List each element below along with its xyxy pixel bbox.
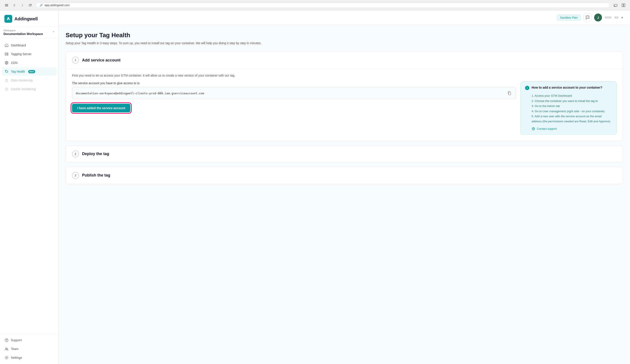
step-1-left: The service account you have to give acc… xyxy=(72,82,516,112)
step-2-card: 2 Deploy the tag xyxy=(66,146,623,162)
browser-chrome: 🔗 app.addingwell.com xyxy=(0,0,630,10)
logo-icon xyxy=(4,15,12,23)
info-box-header: i How to add a service account to your c… xyxy=(525,86,612,90)
sidebar-item-label: Tag health xyxy=(11,70,25,73)
sidebar-bottom: Support Team xyxy=(0,334,58,364)
contact-support-link[interactable]: Contact support xyxy=(537,127,557,130)
forward-button[interactable] xyxy=(19,2,26,8)
svg-point-8 xyxy=(7,19,8,20)
main-content: Setup your Tag Health Setup your Tag Hea… xyxy=(58,25,630,364)
sidebar-item-label: Team xyxy=(11,347,18,351)
sidebar-item-dashboard[interactable]: Dashboard xyxy=(2,41,57,50)
svg-point-21 xyxy=(6,357,7,358)
sidebar-item-support[interactable]: Support xyxy=(2,336,57,344)
sidebar-toggle-button[interactable] xyxy=(4,2,10,8)
step-1-description: First you need to let us access your GTM… xyxy=(72,69,617,82)
lock-icon xyxy=(4,78,9,82)
sidebar-item-tag-health[interactable]: Tag health New xyxy=(2,68,57,76)
svg-rect-17 xyxy=(6,89,8,90)
info-step-2: 2. Choose the container you want to inst… xyxy=(532,98,612,104)
step-1-body: The service account you have to give acc… xyxy=(72,82,617,134)
svg-point-15 xyxy=(6,71,6,71)
workspace-name: Documentation Workspace xyxy=(4,32,43,36)
workspace-selector[interactable]: Workspace Documentation Workspace ⌃ xyxy=(0,26,58,38)
settings-icon xyxy=(4,356,9,360)
step-2-header[interactable]: 2 Deploy the tag xyxy=(66,146,623,162)
sidebar: Addingwell Workspace Documentation Works… xyxy=(0,10,58,364)
service-account-box: documentation-workspace@addingwell-clien… xyxy=(72,87,516,99)
help-circle-icon xyxy=(4,338,9,342)
reload-button[interactable] xyxy=(27,2,33,8)
info-support: Contact support xyxy=(525,127,612,130)
workspace-info: Workspace Documentation Workspace xyxy=(4,29,43,36)
sidebar-item-cookie-monitoring: Cookie monitoring xyxy=(2,85,57,93)
info-box-title: How to add a service account to your con… xyxy=(532,86,602,90)
dropdown-button[interactable]: ▾ xyxy=(621,16,623,20)
divider-bar xyxy=(604,16,612,18)
step-3-title: Publish the tag xyxy=(82,173,110,178)
sidebar-item-tagging-server[interactable]: Tagging Server xyxy=(2,50,57,58)
page-subtitle: Setup your Tag Health in 3 easy steps. T… xyxy=(66,41,623,46)
svg-rect-1 xyxy=(5,5,8,6)
svg-point-9 xyxy=(8,19,10,20)
workspace-label: Workspace xyxy=(4,29,43,32)
svg-rect-16 xyxy=(6,80,8,82)
svg-point-7 xyxy=(8,17,9,19)
sidebar-item-label: Settings xyxy=(11,356,22,360)
svg-rect-25 xyxy=(508,92,511,95)
step-3-card: 3 Publish the tag xyxy=(66,167,623,184)
sidebar-item-label: Tagging Server xyxy=(11,52,32,56)
svg-point-23 xyxy=(587,17,588,18)
url-text: app.addingwell.com xyxy=(44,4,70,7)
cast-button[interactable] xyxy=(612,2,618,8)
svg-rect-0 xyxy=(5,4,8,4)
info-box: i How to add a service account to your c… xyxy=(520,82,617,134)
copy-email-button[interactable] xyxy=(506,90,512,96)
small-divider-bar xyxy=(614,16,618,18)
sidebar-item-label: CDN xyxy=(11,61,18,64)
nav-section: Dashboard Tagging Server xyxy=(0,38,58,334)
step-1-header: 1 Add service account xyxy=(66,52,623,68)
info-step-1: 1. Access your GTM Dashboard xyxy=(532,93,612,98)
workspace-chevron-icon: ⌃ xyxy=(52,30,55,34)
step-2-title: Deploy the tag xyxy=(82,152,109,156)
back-button[interactable] xyxy=(12,2,18,8)
chat-button[interactable] xyxy=(584,14,592,22)
step-2-number: 2 xyxy=(72,150,79,158)
browser-controls xyxy=(4,2,33,8)
address-bar[interactable]: 🔗 app.addingwell.com xyxy=(36,2,610,8)
step-3-header[interactable]: 3 Publish the tag xyxy=(66,167,623,184)
sidebar-item-data-monitoring: Data monitoring xyxy=(2,76,57,84)
home-icon xyxy=(4,43,9,48)
svg-point-12 xyxy=(7,53,8,54)
split-view-button[interactable] xyxy=(620,2,626,8)
service-account-added-button[interactable]: I have added the service account xyxy=(72,104,130,112)
svg-point-22 xyxy=(587,17,587,18)
server-icon xyxy=(4,52,9,56)
svg-point-13 xyxy=(7,55,8,55)
step-1-card: 1 Add service account First you need to … xyxy=(66,52,623,141)
info-step-5: 5. Add a new user with the service accou… xyxy=(532,114,612,124)
svg-rect-5 xyxy=(622,4,623,7)
sidebar-item-cdn[interactable]: CDN xyxy=(2,58,57,67)
svg-point-27 xyxy=(533,130,534,130)
sidebar-item-settings[interactable]: Settings xyxy=(2,354,57,362)
info-step-4: 4. Go to User management (right side - o… xyxy=(532,109,612,114)
svg-point-19 xyxy=(6,341,7,341)
info-icon: i xyxy=(525,86,530,90)
service-account-label: The service account you have to give acc… xyxy=(72,82,516,85)
top-header: Sandbox Plan J ▾ xyxy=(58,10,630,25)
step-1-content: First you need to let us access your GTM… xyxy=(66,68,623,141)
sidebar-item-label: Cookie monitoring xyxy=(11,87,36,91)
step-3-number: 3 xyxy=(72,172,79,179)
service-account-email: documentation-workspace@addingwell-clien… xyxy=(76,91,204,96)
sidebar-item-label: Dashboard xyxy=(11,44,26,47)
step-1-number: 1 xyxy=(72,57,79,64)
app-container: Addingwell Workspace Documentation Works… xyxy=(0,10,630,364)
sidebar-item-label: Data monitoring xyxy=(11,78,32,82)
sidebar-item-team[interactable]: Team xyxy=(2,345,57,353)
support-icon xyxy=(532,127,535,130)
user-avatar[interactable]: J xyxy=(594,14,602,22)
info-step-3: 3. Go to the Admin tab xyxy=(532,104,612,108)
tag-icon xyxy=(4,69,9,74)
